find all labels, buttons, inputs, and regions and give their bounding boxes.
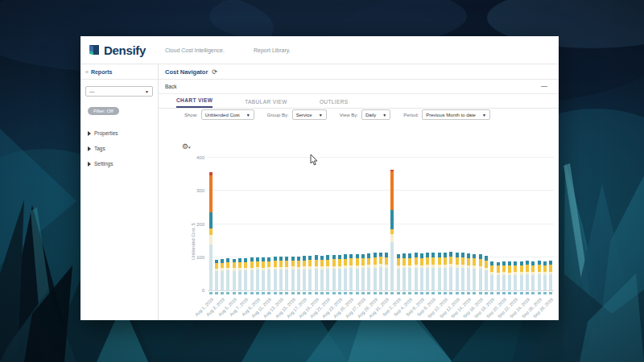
sidebar-item-tags[interactable]: Tags bbox=[80, 141, 158, 156]
stacked-bar[interactable] bbox=[497, 262, 500, 290]
x-tick-mark bbox=[538, 292, 541, 294]
chevron-down-icon: ▼ bbox=[382, 113, 386, 117]
filter-off-button[interactable]: Filter: Off bbox=[88, 107, 119, 115]
stacked-bar[interactable] bbox=[408, 253, 411, 290]
sidebar-item-settings[interactable]: Settings bbox=[80, 156, 158, 171]
stacked-bar[interactable] bbox=[356, 254, 359, 290]
stacked-bar[interactable] bbox=[549, 261, 552, 290]
stacked-bar[interactable] bbox=[209, 172, 213, 290]
stacked-bar[interactable] bbox=[315, 255, 318, 290]
x-tick-mark bbox=[508, 292, 511, 294]
stacked-bar[interactable] bbox=[397, 254, 400, 290]
stacked-bar[interactable] bbox=[338, 255, 341, 290]
stacked-bar[interactable] bbox=[461, 253, 464, 290]
show-select[interactable]: Unblended Cost ▼ bbox=[201, 109, 254, 120]
stacked-bar[interactable] bbox=[543, 261, 547, 290]
view-by-select[interactable]: Daily ▼ bbox=[361, 109, 390, 120]
stacked-bar[interactable] bbox=[256, 257, 259, 290]
service-pale-blue-segment bbox=[438, 268, 441, 290]
stacked-bar[interactable] bbox=[415, 253, 418, 290]
stacked-bar[interactable] bbox=[250, 257, 254, 290]
nav-report-library[interactable]: Report Library. bbox=[254, 47, 291, 53]
chart-settings-button[interactable]: ⚙▾ bbox=[182, 142, 191, 150]
stacked-bar[interactable] bbox=[291, 257, 295, 290]
stacked-bar[interactable] bbox=[449, 252, 452, 290]
stacked-bar[interactable] bbox=[349, 254, 353, 290]
stacked-bar[interactable] bbox=[385, 253, 388, 290]
gridline bbox=[208, 157, 554, 158]
stacked-bar[interactable] bbox=[426, 253, 429, 290]
stacked-bar[interactable] bbox=[490, 261, 493, 290]
x-tick-mark bbox=[426, 292, 429, 294]
service-pale-blue-segment bbox=[508, 275, 511, 290]
service-pale-blue-segment bbox=[479, 269, 482, 290]
stacked-bar[interactable] bbox=[431, 253, 435, 290]
refresh-icon[interactable]: ⟳ bbox=[212, 68, 217, 76]
x-tick-mark bbox=[490, 292, 493, 294]
tab-chart-view[interactable]: CHART VIEW bbox=[176, 97, 213, 108]
stacked-bar[interactable] bbox=[320, 256, 324, 290]
stacked-bar[interactable] bbox=[238, 258, 242, 290]
stacked-bar[interactable] bbox=[526, 261, 529, 290]
stacked-bar[interactable] bbox=[379, 253, 382, 290]
service-pale-blue-segment bbox=[279, 269, 283, 290]
stacked-bar[interactable] bbox=[262, 257, 265, 290]
stacked-bar[interactable] bbox=[467, 253, 470, 290]
nav-cloud-cost-intelligence[interactable]: Cloud Cost Intelligence. bbox=[165, 47, 225, 53]
stacked-bar[interactable] bbox=[402, 253, 406, 290]
densify-logo[interactable]: Densify bbox=[80, 43, 159, 57]
x-tick-mark bbox=[303, 292, 306, 294]
stacked-bar[interactable] bbox=[479, 254, 482, 290]
stacked-bar[interactable] bbox=[244, 258, 247, 290]
stacked-bar[interactable] bbox=[221, 259, 224, 290]
stacked-bar[interactable] bbox=[285, 257, 288, 290]
stacked-bar[interactable] bbox=[233, 259, 236, 290]
collapse-sidebar-icon[interactable]: « bbox=[85, 69, 89, 75]
stacked-bar[interactable] bbox=[456, 253, 459, 290]
stacked-bar[interactable] bbox=[297, 257, 300, 290]
stacked-bar[interactable] bbox=[303, 256, 306, 290]
stacked-bar[interactable] bbox=[361, 254, 365, 290]
x-tick-mark bbox=[514, 292, 517, 294]
period-select[interactable]: Previous Month to date ▼ bbox=[422, 109, 490, 120]
stacked-bar[interactable] bbox=[215, 260, 218, 290]
stacked-bar[interactable] bbox=[326, 255, 329, 290]
collapse-panel-icon[interactable]: — bbox=[541, 82, 547, 89]
stacked-bar[interactable] bbox=[502, 261, 506, 290]
stacked-bar[interactable] bbox=[520, 261, 523, 290]
stacked-bar[interactable] bbox=[274, 257, 277, 290]
stacked-bar[interactable] bbox=[374, 253, 377, 290]
stacked-bar[interactable] bbox=[514, 261, 517, 290]
group-by-select[interactable]: Service ▼ bbox=[292, 109, 327, 120]
stacked-bar[interactable] bbox=[332, 255, 336, 290]
stacked-bar[interactable] bbox=[538, 261, 541, 290]
stacked-bar[interactable] bbox=[390, 170, 394, 290]
tab-outliers[interactable]: OUTLIERS bbox=[320, 99, 349, 108]
y-axis-title: Unblended Cost, $ bbox=[191, 223, 196, 260]
stacked-bar[interactable] bbox=[438, 253, 441, 290]
stacked-bar[interactable] bbox=[226, 258, 229, 290]
chevron-down-icon: ▼ bbox=[319, 113, 323, 117]
service-pale-blue-segment bbox=[549, 274, 552, 290]
stacked-bar[interactable] bbox=[531, 261, 535, 290]
service-yellow-segment bbox=[531, 265, 535, 273]
x-tick-mark bbox=[438, 292, 441, 294]
service-yellow-segment bbox=[344, 259, 347, 265]
sidebar-item-properties[interactable]: Properties bbox=[80, 125, 158, 141]
back-button[interactable]: Back bbox=[165, 84, 176, 89]
stacked-bar[interactable] bbox=[444, 253, 447, 290]
stacked-bar[interactable] bbox=[267, 257, 270, 290]
stacked-bar[interactable] bbox=[508, 261, 511, 290]
stacked-bar[interactable] bbox=[473, 254, 476, 290]
stacked-bar[interactable] bbox=[279, 257, 283, 290]
service-orange-segment bbox=[390, 171, 394, 210]
stacked-bar[interactable] bbox=[367, 253, 370, 290]
report-select[interactable]: --- ▼ bbox=[85, 86, 153, 97]
x-tick-mark bbox=[431, 292, 435, 294]
stacked-bar[interactable] bbox=[420, 253, 423, 290]
stacked-bar[interactable] bbox=[344, 254, 347, 290]
tab-tabular-view[interactable]: TABULAR VIEW bbox=[245, 99, 287, 108]
service-cream-segment bbox=[390, 234, 394, 243]
stacked-bar[interactable] bbox=[485, 256, 488, 290]
stacked-bar[interactable] bbox=[308, 256, 312, 290]
